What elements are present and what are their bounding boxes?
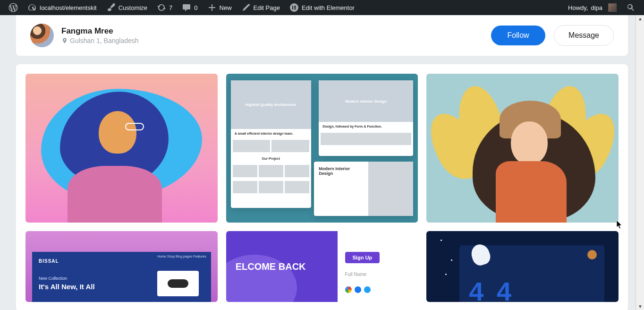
website-mockup: Modern Interior Design Design, followed … xyxy=(319,80,413,156)
profile-location: Gulshan 1, Bangladesh xyxy=(61,37,139,44)
gallery-tile[interactable] xyxy=(25,74,218,223)
gallery-tile[interactable]: ELCOME BACK Sign Up Full Name xyxy=(226,231,418,302)
edit-page-menu[interactable]: Edit Page xyxy=(237,0,285,15)
illustration-shape xyxy=(125,123,144,130)
comments-menu[interactable]: 0 xyxy=(177,0,202,15)
profile-name: Fangma Mree xyxy=(61,26,139,36)
gallery-tile[interactable]: Highest Quality Architecture A small eff… xyxy=(226,74,418,223)
customize-menu[interactable]: Customize xyxy=(102,0,152,15)
website-mockup: BISSAL Home Shop Blog pages Features New… xyxy=(32,252,211,302)
profile-location-text: Gulshan 1, Bangladesh xyxy=(70,37,139,44)
wordpress-icon xyxy=(8,3,18,12)
site-name-menu[interactable]: localhost/elementskit xyxy=(23,0,102,15)
page-content: Fangma Mree Gulshan 1, Bangladesh Follow… xyxy=(0,15,644,310)
follow-button[interactable]: Follow xyxy=(491,26,545,45)
profile-card: Fangma Mree Gulshan 1, Bangladesh Follow… xyxy=(16,15,628,56)
site-name-label: localhost/elementskit xyxy=(40,4,97,11)
updates-count: 7 xyxy=(169,4,172,11)
edit-page-label: Edit Page xyxy=(254,4,280,11)
mockup-brand: BISSAL xyxy=(39,258,204,264)
mockup-text: Design, followed by Form & Function. xyxy=(319,122,413,131)
mockup-product xyxy=(157,271,199,296)
mockup-text: A small efficient interior design team. xyxy=(231,129,311,138)
portfolio-gallery: Highest Quality Architecture A small eff… xyxy=(16,64,628,310)
edit-elementor-label: Edit with Elementor xyxy=(302,4,355,11)
svg-rect-1 xyxy=(292,6,293,9)
search-icon xyxy=(626,3,636,12)
message-button[interactable]: Message xyxy=(554,25,614,46)
website-mockup: Highest Quality Architecture A small eff… xyxy=(231,80,311,208)
illustration-shape xyxy=(68,166,162,223)
mockup-nav: Home Shop Blog pages Features xyxy=(157,255,206,258)
illustration-shape xyxy=(511,121,548,165)
planet-icon xyxy=(587,250,597,259)
refresh-icon xyxy=(157,3,166,12)
wp-admin-bar: localhost/elementskit Customize 7 0 New xyxy=(0,0,644,15)
mockup-field-label: Full Name xyxy=(345,272,411,277)
gallery-tile[interactable]: 4 4 xyxy=(426,231,619,302)
new-label: New xyxy=(220,4,232,11)
dashboard-icon xyxy=(27,3,37,12)
howdy-prefix: Howdy, xyxy=(568,4,588,11)
howdy-user: dipa xyxy=(591,4,602,11)
new-content-menu[interactable]: New xyxy=(203,0,237,15)
profile-avatar[interactable] xyxy=(30,24,54,47)
mockup-left-panel: ELCOME BACK xyxy=(226,231,338,302)
website-mockup: Modern Interior Design xyxy=(314,162,413,216)
mockup-text: Our Project xyxy=(231,154,311,163)
gallery-tile[interactable]: BISSAL Home Shop Blog pages Features New… xyxy=(25,231,218,302)
svg-rect-4 xyxy=(294,9,296,9)
mockup-hero: Highest Quality Architecture xyxy=(231,80,311,129)
illustration-shape xyxy=(99,111,136,154)
updates-menu[interactable]: 7 xyxy=(152,0,177,15)
mockup-hero: Modern Interior Design xyxy=(319,80,413,122)
my-account-menu[interactable]: Howdy, dipa xyxy=(563,0,621,15)
mockup-404-text: 4 4 xyxy=(469,276,514,302)
svg-rect-2 xyxy=(294,6,296,7)
mockup-text: Modern Interior Design xyxy=(319,166,364,176)
scroll-up-arrow-icon[interactable]: ▲ xyxy=(638,16,643,21)
location-pin-icon xyxy=(61,37,68,44)
search-toggle[interactable] xyxy=(621,0,640,15)
mockup-headline: ELCOME BACK xyxy=(236,261,306,272)
pencil-icon xyxy=(241,3,251,12)
customize-label: Customize xyxy=(119,4,147,11)
browser-scrollbar[interactable]: ▲ ▼ xyxy=(636,15,644,310)
scroll-down-arrow-icon[interactable]: ▼ xyxy=(638,304,643,309)
edit-elementor-menu[interactable]: Edit with Elementor xyxy=(285,0,359,15)
plus-icon xyxy=(207,3,217,12)
wp-logo-menu[interactable] xyxy=(4,0,23,15)
comment-icon xyxy=(182,3,191,12)
comments-count: 0 xyxy=(194,4,197,11)
gallery-tile[interactable] xyxy=(426,74,619,223)
user-avatar xyxy=(608,3,617,12)
illustration-shape xyxy=(496,161,567,223)
mockup-right-panel: Sign Up Full Name xyxy=(338,231,418,302)
elementor-icon xyxy=(289,3,299,12)
mockup-signup-button: Sign Up xyxy=(345,252,380,263)
mockup-social-icons xyxy=(345,286,411,293)
brush-icon xyxy=(106,3,116,12)
svg-rect-3 xyxy=(294,7,296,8)
